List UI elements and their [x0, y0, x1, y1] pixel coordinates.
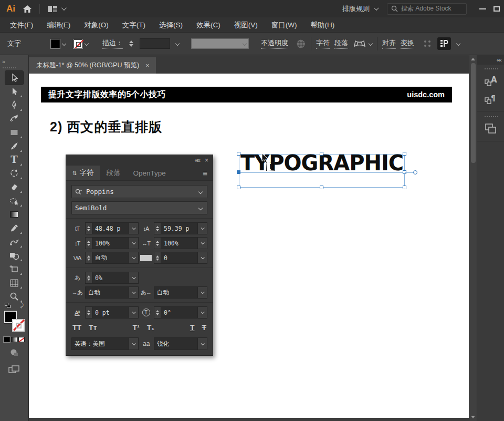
menu-select[interactable]: 选择(S)	[152, 17, 190, 33]
leading-dropdown[interactable]	[197, 223, 207, 234]
control-panel-menu-icon[interactable]	[437, 37, 451, 50]
menu-effect[interactable]: 效果(C)	[190, 17, 227, 33]
tab-paragraph[interactable]: 段落	[100, 166, 127, 180]
selection-handle[interactable]	[237, 170, 240, 174]
ai-logo[interactable]: Ai	[4, 4, 17, 14]
paintbrush-tool[interactable]	[5, 139, 23, 153]
selection-handle[interactable]	[237, 152, 240, 156]
color-mode-color[interactable]	[4, 337, 10, 342]
scroll-down-icon[interactable]	[471, 416, 475, 418]
tracking-field[interactable]: 0	[154, 252, 207, 264]
close-tab-icon[interactable]: ×	[145, 61, 150, 69]
selection-handle[interactable]	[237, 186, 240, 189]
kerning-field[interactable]: 自动	[85, 252, 139, 264]
vertical-scrollbar[interactable]	[469, 55, 477, 421]
eyedropper-tool[interactable]	[5, 221, 23, 235]
selection-handle[interactable]	[403, 186, 406, 189]
opacity-link[interactable]: 不透明度	[261, 38, 288, 49]
artboard-tool[interactable]	[5, 262, 23, 276]
leading-stepper[interactable]	[154, 223, 161, 234]
dock-grip[interactable]	[484, 68, 498, 70]
stroke-width-field[interactable]	[140, 38, 170, 49]
font-size-dropdown[interactable]	[129, 223, 138, 234]
selection-tool[interactable]	[5, 71, 23, 85]
document-setup-icon[interactable]	[296, 39, 306, 49]
font-size-field[interactable]: 48.48 p	[85, 222, 139, 234]
color-mode-none[interactable]	[18, 337, 25, 342]
menu-object[interactable]: 对象(O)	[77, 17, 116, 33]
paragraph-panel-link[interactable]: 段落	[334, 38, 348, 49]
stroke-swatch[interactable]	[74, 39, 82, 48]
horizontal-scale-field[interactable]: 100%	[154, 237, 207, 249]
stroke-link[interactable]: 描边：	[102, 38, 123, 49]
tab-cycle-icon[interactable]: ⇅	[72, 170, 77, 176]
rectangle-tool[interactable]	[5, 126, 23, 139]
menu-edit[interactable]: 编辑(E)	[40, 17, 77, 33]
fill-stroke-indicator[interactable]: ⤸	[4, 306, 25, 328]
small-caps-button[interactable]: Tᴛ	[89, 323, 97, 332]
vertical-scale-field[interactable]: 100%	[85, 237, 139, 249]
language-dropdown[interactable]: 英语：美国	[71, 337, 139, 350]
artboard-canvas[interactable]: 提升文字排版效率的5个小技巧 uisdc.com 2) 西文的垂直排版 «« ×…	[29, 74, 469, 418]
color-mode-gradient[interactable]	[11, 337, 17, 342]
stroke-width-stepper[interactable]	[128, 40, 135, 47]
curvature-tool[interactable]	[5, 112, 23, 126]
font-style-combo[interactable]: SemiBold	[71, 201, 207, 214]
document-tab[interactable]: 未标题-1* @ 50% (RGB/GPU 预览) ×	[29, 57, 156, 74]
font-family-combo[interactable]: Poppins	[71, 185, 207, 198]
shape-builder-tool[interactable]	[5, 249, 23, 262]
minimize-button[interactable]	[479, 8, 486, 9]
baseline-shift-field[interactable]: 0 pt	[85, 306, 139, 319]
gradient-tool[interactable]	[5, 208, 23, 221]
horizontal-scrollbar[interactable]	[29, 418, 469, 421]
rotate-tool[interactable]	[5, 167, 23, 180]
insert-space-left-field[interactable]: 自动	[85, 286, 139, 299]
dock-grip[interactable]	[484, 116, 498, 118]
rotate-handle[interactable]	[413, 170, 417, 174]
stroke-color-picker[interactable]	[74, 39, 88, 48]
drawing-modes-icon[interactable]	[9, 348, 19, 359]
underline-button[interactable]: T	[190, 323, 195, 332]
more-options-icon[interactable]	[424, 40, 433, 47]
align-panel-link[interactable]: 对齐	[382, 38, 396, 49]
pen-tool[interactable]	[5, 98, 23, 112]
chevron-down-icon[interactable]	[175, 42, 180, 46]
stock-search-input[interactable]: 搜索 Adobe Stock	[387, 3, 467, 15]
scroll-up-icon[interactable]	[471, 58, 475, 60]
menu-type[interactable]: 文字(T)	[116, 17, 152, 33]
dock-artboards-panel-icon[interactable]	[480, 120, 501, 138]
tab-character[interactable]: ⇅ 字符	[66, 166, 100, 180]
envelope-warp-icon[interactable]	[354, 39, 372, 48]
insert-space-right-field[interactable]: 自动	[154, 286, 207, 299]
dock-paragraph-panel-icon[interactable]: ¶	[480, 90, 501, 108]
menu-help[interactable]: 帮助(H)	[303, 17, 341, 33]
scrollbar-thumb[interactable]	[471, 63, 476, 163]
home-icon[interactable]	[23, 5, 32, 13]
character-panel-link[interactable]: 字符	[316, 38, 330, 49]
screen-mode-icon[interactable]	[8, 365, 20, 376]
maximize-button[interactable]	[494, 6, 500, 12]
type-tool[interactable]: T	[5, 153, 23, 167]
close-panel-icon[interactable]: ×	[205, 157, 208, 163]
selected-text-object[interactable]: TYPOGRAPHIC	[239, 154, 405, 188]
fill-color-picker[interactable]	[51, 39, 66, 48]
panel-menu-icon[interactable]: ≡	[197, 166, 213, 180]
tab-opentype[interactable]: OpenType	[127, 166, 172, 180]
collapse-panel-icon[interactable]: ««	[195, 157, 200, 163]
font-size-stepper[interactable]	[86, 223, 92, 234]
blend-tool[interactable]	[5, 235, 23, 249]
subscript-button[interactable]: T₁	[147, 323, 154, 332]
toolbar-collapse-icon[interactable]: »	[2, 58, 5, 65]
workspace-switcher[interactable]: 排版规则	[338, 3, 382, 15]
proportional-spacing-field[interactable]: 0%	[85, 272, 139, 284]
perspective-grid-tool[interactable]	[5, 276, 23, 290]
stroke-color-proxy[interactable]	[12, 319, 25, 332]
selection-handle[interactable]	[320, 186, 323, 189]
chevron-down-icon[interactable]	[198, 189, 203, 193]
chevron-down-icon[interactable]	[198, 206, 203, 210]
anti-alias-dropdown[interactable]: 锐化	[154, 337, 207, 350]
swap-colors-icon[interactable]: ⤸	[20, 302, 24, 309]
chevron-down-icon[interactable]	[456, 42, 460, 46]
dock-collapse-icon[interactable]: ««	[497, 57, 501, 63]
default-colors-icon[interactable]	[5, 303, 12, 309]
